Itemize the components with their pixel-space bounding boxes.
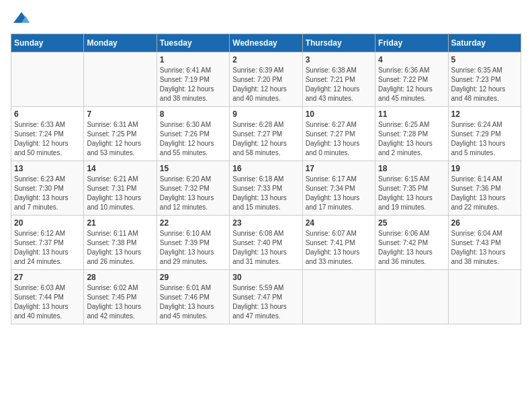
cell-1-6: 12Sunrise: 6:24 AM Sunset: 7:29 PM Dayli… [448, 107, 521, 161]
col-header-monday: Monday [84, 34, 157, 52]
logo-icon [12, 11, 31, 26]
day-info: Sunrise: 6:38 AM Sunset: 7:21 PM Dayligh… [306, 66, 372, 103]
page-header [11, 11, 521, 26]
day-number: 28 [87, 273, 153, 282]
day-info: Sunrise: 6:08 AM Sunset: 7:40 PM Dayligh… [232, 229, 299, 267]
cell-2-4: 17Sunrise: 6:17 AM Sunset: 7:34 PM Dayli… [302, 161, 375, 216]
day-number: 15 [160, 164, 226, 173]
day-info: Sunrise: 5:59 AM Sunset: 7:47 PM Dayligh… [232, 283, 299, 321]
cell-1-5: 11Sunrise: 6:25 AM Sunset: 7:28 PM Dayli… [375, 107, 448, 161]
calendar-table: SundayMondayTuesdayWednesdayThursdayFrid… [11, 34, 521, 324]
col-header-saturday: Saturday [448, 34, 521, 52]
cell-0-0 [11, 52, 84, 107]
day-number: 26 [451, 218, 518, 228]
day-number: 4 [378, 55, 445, 64]
cell-4-1: 28Sunrise: 6:02 AM Sunset: 7:45 PM Dayli… [84, 270, 157, 324]
day-number: 29 [160, 273, 226, 282]
day-number: 21 [87, 218, 153, 228]
day-info: Sunrise: 6:06 AM Sunset: 7:42 PM Dayligh… [378, 229, 445, 267]
day-info: Sunrise: 6:20 AM Sunset: 7:32 PM Dayligh… [160, 175, 226, 212]
day-number: 6 [14, 109, 81, 119]
day-info: Sunrise: 6:14 AM Sunset: 7:36 PM Dayligh… [451, 175, 518, 212]
day-number: 19 [451, 164, 518, 173]
col-header-tuesday: Tuesday [157, 34, 229, 52]
day-number: 20 [14, 218, 81, 228]
day-info: Sunrise: 6:24 AM Sunset: 7:29 PM Dayligh… [451, 120, 518, 158]
cell-4-0: 27Sunrise: 6:03 AM Sunset: 7:44 PM Dayli… [11, 270, 84, 324]
cell-0-4: 3Sunrise: 6:38 AM Sunset: 7:21 PM Daylig… [302, 52, 375, 107]
cell-3-5: 25Sunrise: 6:06 AM Sunset: 7:42 PM Dayli… [375, 216, 448, 270]
cell-3-0: 20Sunrise: 6:12 AM Sunset: 7:37 PM Dayli… [11, 216, 84, 270]
day-info: Sunrise: 6:03 AM Sunset: 7:44 PM Dayligh… [14, 283, 81, 321]
cell-3-2: 22Sunrise: 6:10 AM Sunset: 7:39 PM Dayli… [157, 216, 229, 270]
day-info: Sunrise: 6:39 AM Sunset: 7:20 PM Dayligh… [232, 66, 299, 103]
cell-4-3: 30Sunrise: 5:59 AM Sunset: 7:47 PM Dayli… [230, 270, 302, 324]
day-info: Sunrise: 6:23 AM Sunset: 7:30 PM Dayligh… [14, 175, 81, 212]
cell-1-0: 6Sunrise: 6:33 AM Sunset: 7:24 PM Daylig… [11, 107, 84, 161]
day-info: Sunrise: 6:41 AM Sunset: 7:19 PM Dayligh… [160, 66, 226, 103]
day-number: 7 [87, 109, 153, 119]
cell-0-2: 1Sunrise: 6:41 AM Sunset: 7:19 PM Daylig… [157, 52, 229, 107]
day-info: Sunrise: 6:31 AM Sunset: 7:25 PM Dayligh… [87, 120, 153, 158]
cell-1-3: 9Sunrise: 6:28 AM Sunset: 7:27 PM Daylig… [230, 107, 302, 161]
col-header-friday: Friday [375, 34, 448, 52]
cell-2-6: 19Sunrise: 6:14 AM Sunset: 7:36 PM Dayli… [448, 161, 521, 216]
day-number: 22 [160, 218, 226, 228]
day-info: Sunrise: 6:30 AM Sunset: 7:26 PM Dayligh… [160, 120, 226, 158]
cell-4-2: 29Sunrise: 6:01 AM Sunset: 7:46 PM Dayli… [157, 270, 229, 324]
cell-4-6 [448, 270, 521, 324]
cell-2-2: 15Sunrise: 6:20 AM Sunset: 7:32 PM Dayli… [157, 161, 229, 216]
cell-1-1: 7Sunrise: 6:31 AM Sunset: 7:25 PM Daylig… [84, 107, 157, 161]
day-info: Sunrise: 6:35 AM Sunset: 7:23 PM Dayligh… [451, 66, 518, 103]
day-info: Sunrise: 6:28 AM Sunset: 7:27 PM Dayligh… [232, 120, 299, 158]
logo [11, 11, 32, 26]
cell-3-6: 26Sunrise: 6:04 AM Sunset: 7:43 PM Dayli… [448, 216, 521, 270]
cell-2-5: 18Sunrise: 6:15 AM Sunset: 7:35 PM Dayli… [375, 161, 448, 216]
day-info: Sunrise: 6:27 AM Sunset: 7:27 PM Dayligh… [306, 120, 372, 158]
day-number: 12 [451, 109, 518, 119]
day-number: 13 [14, 164, 81, 173]
day-number: 1 [160, 55, 226, 64]
day-number: 14 [87, 164, 153, 173]
day-number: 17 [306, 164, 372, 173]
col-header-thursday: Thursday [302, 34, 375, 52]
day-info: Sunrise: 6:25 AM Sunset: 7:28 PM Dayligh… [378, 120, 445, 158]
day-number: 30 [232, 273, 299, 282]
day-info: Sunrise: 6:10 AM Sunset: 7:39 PM Dayligh… [160, 229, 226, 267]
cell-0-5: 4Sunrise: 6:36 AM Sunset: 7:22 PM Daylig… [375, 52, 448, 107]
cell-4-4 [302, 270, 375, 324]
day-info: Sunrise: 6:12 AM Sunset: 7:37 PM Dayligh… [14, 229, 81, 267]
day-info: Sunrise: 6:18 AM Sunset: 7:33 PM Dayligh… [232, 175, 299, 212]
cell-3-3: 23Sunrise: 6:08 AM Sunset: 7:40 PM Dayli… [230, 216, 302, 270]
cell-0-1 [84, 52, 157, 107]
cell-1-2: 8Sunrise: 6:30 AM Sunset: 7:26 PM Daylig… [157, 107, 229, 161]
day-number: 18 [378, 164, 445, 173]
day-number: 2 [232, 55, 299, 64]
col-header-sunday: Sunday [11, 34, 84, 52]
day-info: Sunrise: 6:36 AM Sunset: 7:22 PM Dayligh… [378, 66, 445, 103]
day-info: Sunrise: 6:21 AM Sunset: 7:31 PM Dayligh… [87, 175, 153, 212]
day-number: 23 [232, 218, 299, 228]
day-number: 10 [306, 109, 372, 119]
day-info: Sunrise: 6:11 AM Sunset: 7:38 PM Dayligh… [87, 229, 153, 267]
day-number: 16 [232, 164, 299, 173]
day-info: Sunrise: 6:15 AM Sunset: 7:35 PM Dayligh… [378, 175, 445, 212]
cell-0-6: 5Sunrise: 6:35 AM Sunset: 7:23 PM Daylig… [448, 52, 521, 107]
day-info: Sunrise: 6:04 AM Sunset: 7:43 PM Dayligh… [451, 229, 518, 267]
cell-2-3: 16Sunrise: 6:18 AM Sunset: 7:33 PM Dayli… [230, 161, 302, 216]
day-number: 9 [232, 109, 299, 119]
cell-2-0: 13Sunrise: 6:23 AM Sunset: 7:30 PM Dayli… [11, 161, 84, 216]
day-number: 3 [306, 55, 372, 64]
day-number: 24 [306, 218, 372, 228]
day-number: 25 [378, 218, 445, 228]
day-number: 8 [160, 109, 226, 119]
day-info: Sunrise: 6:07 AM Sunset: 7:41 PM Dayligh… [306, 229, 372, 267]
cell-1-4: 10Sunrise: 6:27 AM Sunset: 7:27 PM Dayli… [302, 107, 375, 161]
day-info: Sunrise: 6:01 AM Sunset: 7:46 PM Dayligh… [160, 283, 226, 321]
day-number: 11 [378, 109, 445, 119]
day-number: 27 [14, 273, 81, 282]
cell-3-4: 24Sunrise: 6:07 AM Sunset: 7:41 PM Dayli… [302, 216, 375, 270]
col-header-wednesday: Wednesday [230, 34, 302, 52]
cell-0-3: 2Sunrise: 6:39 AM Sunset: 7:20 PM Daylig… [230, 52, 302, 107]
day-number: 5 [451, 55, 518, 64]
